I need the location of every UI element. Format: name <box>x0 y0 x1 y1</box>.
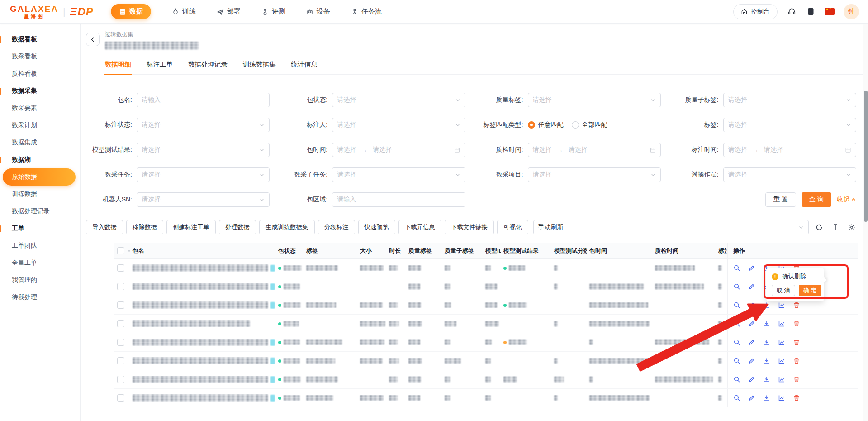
filter-select-数采项目:[interactable]: 请选择 <box>528 167 661 182</box>
toolbar-button-分段标注[interactable]: 分段标注 <box>318 220 355 234</box>
trash-icon[interactable] <box>793 357 800 364</box>
filter-select-标注人:[interactable]: 请选择 <box>332 118 465 132</box>
download-icon[interactable] <box>763 357 770 364</box>
download-icon[interactable] <box>763 376 770 383</box>
search-icon[interactable] <box>733 264 740 272</box>
collapse-link[interactable]: 收起 <box>837 196 856 204</box>
row-checkbox[interactable] <box>117 339 124 346</box>
edit-icon[interactable] <box>748 320 755 327</box>
chart-icon[interactable] <box>778 301 785 309</box>
filter-select-质量子标签:[interactable]: 请选择 <box>723 93 856 107</box>
search-icon[interactable] <box>733 394 740 402</box>
search-icon[interactable] <box>733 376 740 383</box>
toolbar-button-处理数据[interactable]: 处理数据 <box>219 220 256 234</box>
trash-icon[interactable] <box>793 394 800 402</box>
toolbar-button-生成训练数据集[interactable]: 生成训练数据集 <box>259 220 315 234</box>
nav-item-任务流[interactable]: 任务流 <box>351 7 382 16</box>
row-checkbox[interactable] <box>117 376 124 383</box>
row-checkbox[interactable] <box>117 301 124 309</box>
chart-icon[interactable] <box>778 339 785 346</box>
radio-全部匹配[interactable]: 全部匹配 <box>572 121 607 129</box>
tab-数据处理记录[interactable]: 数据处理记录 <box>187 56 228 74</box>
edit-icon[interactable] <box>748 394 755 402</box>
chart-icon[interactable] <box>778 394 785 402</box>
console-button[interactable]: 控制台 <box>733 4 778 19</box>
filter-select-数采子任务:[interactable]: 请选择 <box>332 167 465 182</box>
edit-icon[interactable] <box>748 301 755 309</box>
cancel-button[interactable]: 取 消 <box>772 285 795 296</box>
row-checkbox[interactable] <box>117 283 124 290</box>
nav-item-部署[interactable]: 部署 <box>217 7 241 16</box>
refresh-mode-select[interactable]: 手动刷新 <box>533 220 809 234</box>
search-icon[interactable] <box>733 339 740 346</box>
search-icon[interactable] <box>733 283 740 290</box>
trash-icon[interactable] <box>793 376 800 383</box>
sidebar-item-工单团队[interactable]: 工单团队 <box>0 237 80 254</box>
filter-select-包状态:[interactable]: 请选择 <box>332 93 465 107</box>
filter-select-质量标签:[interactable]: 请选择 <box>528 93 661 107</box>
nav-item-评测[interactable]: 评测 <box>261 7 285 16</box>
toolbar-button-创建标注工单[interactable]: 创建标注工单 <box>166 220 216 234</box>
tab-统计信息[interactable]: 统计信息 <box>290 56 318 74</box>
filter-input-包区域:[interactable]: 请输入 <box>332 192 465 207</box>
filter-input-包名:[interactable]: 请输入 <box>137 93 270 107</box>
sidebar-item-数据处理记录[interactable]: 数据处理记录 <box>0 203 80 220</box>
toolbar-text-cursor-icon[interactable] <box>830 221 841 233</box>
vertical-scrollbar[interactable] <box>863 24 868 421</box>
toolbar-button-移除数据[interactable]: 移除数据 <box>126 220 163 234</box>
back-button[interactable] <box>86 33 100 46</box>
download-icon[interactable] <box>763 339 770 346</box>
toolbar-refresh-icon[interactable] <box>813 221 825 233</box>
sidebar-item-数据集成[interactable]: 数据集成 <box>0 134 80 151</box>
toolbar-button-快速预览[interactable]: 快速预览 <box>358 220 395 234</box>
toolbar-button-导入数据[interactable]: 导入数据 <box>86 220 123 234</box>
docs-button[interactable] <box>806 7 816 17</box>
chart-icon[interactable] <box>778 320 785 327</box>
language-flag-icon[interactable] <box>825 8 835 15</box>
search-icon[interactable] <box>733 320 740 327</box>
tab-标注工单[interactable]: 标注工单 <box>146 56 174 74</box>
filter-select-遥操作员:[interactable]: 请选择 <box>723 167 856 182</box>
edit-icon[interactable] <box>748 283 755 290</box>
reset-button[interactable]: 重 置 <box>765 192 796 207</box>
filter-daterange-质检时间:[interactable]: 请选择→请选择 <box>528 143 661 157</box>
download-icon[interactable] <box>763 320 770 327</box>
sidebar-item-待我处理[interactable]: 待我处理 <box>0 289 80 306</box>
row-checkbox[interactable] <box>117 394 124 402</box>
chart-icon[interactable] <box>778 357 785 364</box>
filter-select-模型测试结果:[interactable]: 请选择 <box>137 143 270 157</box>
tab-数据明细[interactable]: 数据明细 <box>104 56 132 75</box>
sidebar-item-全量工单[interactable]: 全量工单 <box>0 254 80 272</box>
edit-icon[interactable] <box>748 264 755 272</box>
filter-select-机器人SN:[interactable]: 请选择 <box>137 192 270 207</box>
select-all-checkbox[interactable] <box>117 247 124 254</box>
sidebar-item-训练数据[interactable]: 训练数据 <box>0 186 80 203</box>
sidebar-item-数采要素[interactable]: 数采要素 <box>0 100 80 117</box>
search-icon[interactable] <box>733 301 740 309</box>
sidebar-item-质检看板[interactable]: 质检看板 <box>0 65 80 82</box>
row-checkbox[interactable] <box>117 357 124 364</box>
search-icon[interactable] <box>733 357 740 364</box>
toolbar-gear-icon[interactable] <box>846 221 858 233</box>
nav-item-数据[interactable]: 数据 <box>111 4 151 19</box>
filter-select-数采任务:[interactable]: 请选择 <box>137 167 270 182</box>
filter-daterange-标注时间:[interactable]: 请选择→请选择 <box>723 143 856 157</box>
download-icon[interactable] <box>763 394 770 402</box>
toolbar-button-下载元信息[interactable]: 下载元信息 <box>398 220 442 234</box>
trash-icon[interactable] <box>793 301 800 309</box>
trash-icon[interactable] <box>793 339 800 346</box>
filter-select-标注状态:[interactable]: 请选择 <box>137 118 270 132</box>
sidebar-item-我管理的[interactable]: 我管理的 <box>0 272 80 289</box>
edit-icon[interactable] <box>748 357 755 364</box>
row-checkbox[interactable] <box>117 320 124 327</box>
filter-select-标签:[interactable]: 请选择 <box>723 118 856 132</box>
edit-icon[interactable] <box>748 339 755 346</box>
edit-icon[interactable] <box>748 376 755 383</box>
avatar[interactable]: 钟 <box>844 4 859 19</box>
filter-daterange-包时间:[interactable]: 请选择→请选择 <box>332 143 465 157</box>
sidebar-item-数采计划[interactable]: 数采计划 <box>0 117 80 134</box>
query-button[interactable]: 查 询 <box>802 192 831 207</box>
tab-训练数据集[interactable]: 训练数据集 <box>242 56 277 74</box>
toolbar-button-可视化[interactable]: 可视化 <box>497 220 528 234</box>
chart-icon[interactable] <box>778 376 785 383</box>
